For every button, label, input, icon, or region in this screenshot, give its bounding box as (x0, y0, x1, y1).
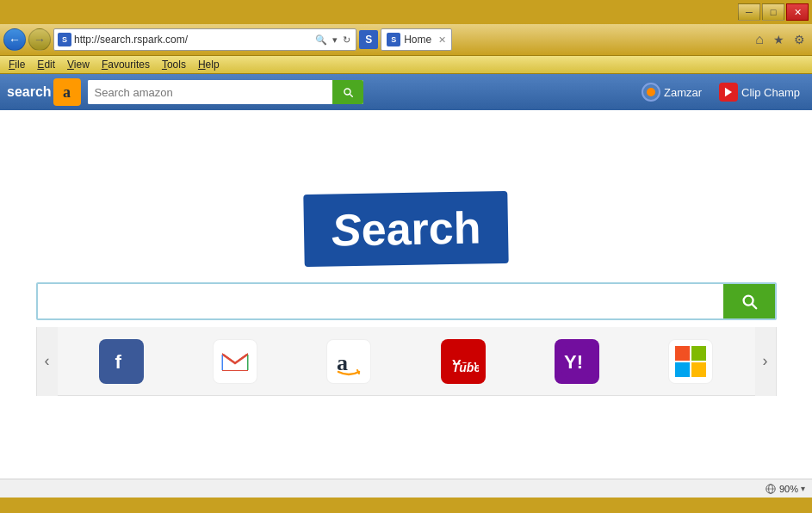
favorites-button[interactable]: ★ (770, 31, 788, 48)
search-icon (342, 86, 354, 98)
globe-icon (765, 483, 777, 495)
window-frame: ─ □ ✕ ← → S http://search.rspark.com/ 🔍 … (0, 0, 812, 498)
svg-text:Tube: Tube (452, 361, 479, 374)
address-icons: 🔍 ▾ ↻ (313, 34, 352, 46)
ms-grid-logo (675, 346, 706, 377)
menu-file[interactable]: File (3, 58, 30, 71)
window-controls: ─ □ ✕ (738, 3, 809, 21)
home-nav-button[interactable]: ⌂ (752, 30, 767, 49)
clipchamp-label: Clip Champ (741, 86, 800, 99)
search-main-logo: SSearchearch (303, 191, 509, 267)
zamzar-icon (642, 83, 660, 102)
dropdown-icon[interactable]: ▾ (331, 34, 339, 46)
amazon-ql-icon: a (326, 339, 371, 384)
title-bar: ─ □ ✕ (0, 0, 812, 24)
search-logo: search a (7, 78, 81, 106)
address-text: http://search.rspark.com/ (74, 34, 311, 46)
ms-cell-blue (675, 362, 690, 377)
amazon-search-button[interactable] (332, 80, 363, 104)
nav-bar: ← → S http://search.rspark.com/ 🔍 ▾ ↻ S … (0, 24, 812, 55)
ms-cell-yellow (691, 362, 706, 377)
quick-links-items: f (58, 332, 755, 391)
quicklink-amazon[interactable]: a (326, 339, 371, 384)
quick-links-left-arrow[interactable]: ‹ (37, 327, 58, 396)
maximize-button[interactable]: □ (762, 3, 784, 21)
spark-logo: S (359, 30, 378, 49)
quick-links-right-arrow[interactable]: › (755, 327, 776, 396)
quicklink-youtube[interactable]: You Tube (441, 339, 486, 384)
quicklink-microsoft[interactable] (668, 339, 713, 384)
toolbar: search a Zamzar Clip (0, 74, 812, 110)
search-label: search (7, 84, 52, 100)
zoom-control[interactable]: 90% ▾ (765, 483, 805, 495)
gmail-icon (213, 339, 257, 384)
svg-text:Y!: Y! (564, 351, 583, 373)
forward-button[interactable]: → (28, 28, 51, 51)
tab-title: Home (404, 34, 431, 46)
amazon-search-input[interactable] (88, 80, 332, 104)
quicklink-yahoo[interactable]: Y! (555, 339, 599, 384)
ms-cell-red (675, 346, 690, 361)
zoom-percentage: 90% (779, 484, 798, 494)
back-button[interactable]: ← (3, 28, 26, 51)
svg-marker-0 (725, 88, 732, 97)
svg-line-2 (752, 305, 756, 309)
svg-text:f: f (115, 350, 121, 372)
refresh-icon[interactable]: ↻ (341, 34, 352, 46)
minimize-button[interactable]: ─ (738, 3, 760, 21)
main-search-button[interactable] (723, 282, 775, 320)
amazon-search-bar[interactable] (88, 80, 363, 104)
clipchamp-icon (719, 83, 738, 102)
zoom-dropdown-arrow[interactable]: ▾ (801, 484, 805, 493)
menu-tools[interactable]: Tools (157, 58, 191, 71)
menu-bar: File Edit View Favourites Tools Help (0, 55, 812, 74)
microsoft-icon (668, 339, 713, 384)
menu-help[interactable]: Help (193, 58, 225, 71)
zamzar-link[interactable]: Zamzar (636, 81, 707, 103)
search-main-text: SSearchearch (331, 202, 480, 255)
main-search-bar[interactable] (36, 282, 777, 320)
address-bar[interactable]: S http://search.rspark.com/ 🔍 ▾ ↻ (53, 28, 356, 51)
close-button[interactable]: ✕ (786, 3, 809, 21)
quicklink-gmail[interactable] (213, 339, 257, 384)
quick-links-bar: ‹ f (36, 327, 777, 396)
tab-close-button[interactable]: ✕ (438, 34, 446, 46)
amazon-logo-icon: a (53, 78, 81, 106)
main-content: SSearchearch ‹ f (0, 110, 812, 479)
youtube-icon: You Tube (441, 339, 486, 384)
main-search-input[interactable] (38, 284, 723, 318)
settings-button[interactable]: ⚙ (790, 31, 809, 48)
site-favicon: S (58, 33, 71, 46)
menu-edit[interactable]: Edit (32, 58, 60, 71)
ms-cell-green (691, 346, 706, 361)
clipchamp-link[interactable]: Clip Champ (714, 81, 805, 103)
video-icon (722, 86, 735, 98)
facebook-icon: f (99, 339, 144, 384)
yahoo-icon: Y! (555, 339, 599, 384)
tab-favicon-area: S Home ✕ (381, 28, 452, 51)
search-button-icon (740, 292, 759, 311)
status-bar: 90% ▾ (0, 479, 812, 498)
home-favicon: S (387, 33, 400, 46)
zamzar-label: Zamzar (664, 86, 702, 99)
menu-favourites[interactable]: Favourites (96, 58, 155, 71)
search-icon[interactable]: 🔍 (313, 34, 329, 46)
menu-view[interactable]: View (62, 58, 95, 71)
quicklink-facebook[interactable]: f (99, 339, 144, 384)
